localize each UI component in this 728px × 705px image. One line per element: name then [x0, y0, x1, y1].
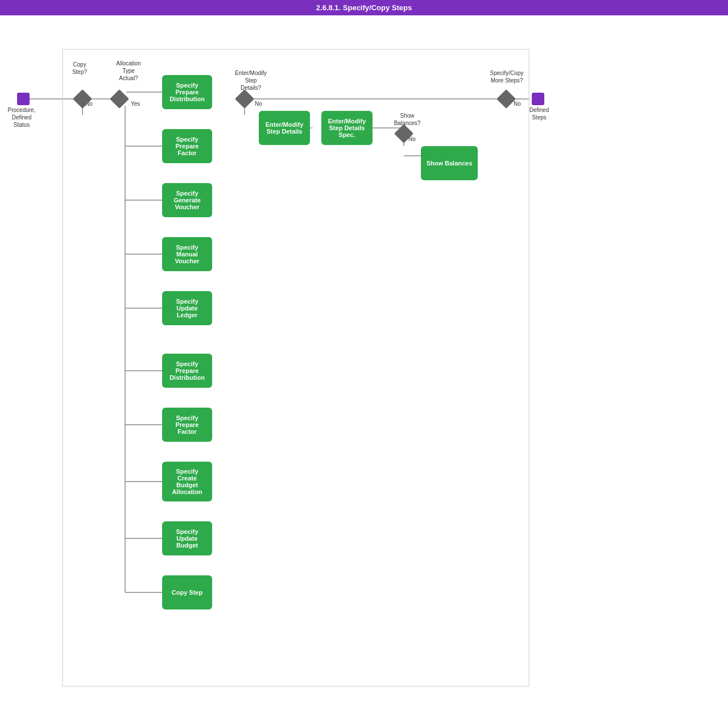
box-label: SpecifyPrepareFactor	[176, 414, 199, 435]
box-specify-prepare-factor-1[interactable]: SpecifyPrepareFactor	[162, 129, 212, 163]
defined-steps-box	[532, 93, 544, 105]
box-label: Enter/ModifyStep Details	[266, 121, 304, 135]
show-balances-question-label: ShowBalances?	[390, 112, 424, 127]
box-label: Copy Step	[172, 589, 202, 596]
box-specify-create-budget-allocation[interactable]: SpecifyCreateBudgetAllocation	[162, 462, 212, 501]
procedure-defined-status	[17, 93, 30, 105]
specify-copy-more-label: Specify/CopyMore Steps?	[487, 69, 527, 84]
box-specify-update-ledger[interactable]: SpecifyUpdateLedger	[162, 291, 212, 325]
box-enter-modify-step-details[interactable]: Enter/ModifyStep Details	[259, 111, 310, 145]
procedure-defined-status-label: Procedure,DefinedStatus	[5, 106, 39, 128]
box-specify-update-budget[interactable]: SpecifyUpdateBudget	[162, 521, 212, 555]
box-label: Enter/ModifyStep DetailsSpec.	[328, 118, 366, 138]
enter-modify-question-label: Enter/ModifyStepDetails?	[231, 69, 271, 92]
box-copy-step[interactable]: Copy Step	[162, 575, 212, 609]
svg-rect-22	[63, 49, 529, 686]
box-label: SpecifyManualVoucher	[175, 244, 199, 264]
box-show-balances[interactable]: Show Balances	[421, 146, 478, 180]
box-label: SpecifyPrepareDistribution	[169, 360, 205, 381]
diamond-allocation-type	[110, 89, 129, 109]
box-label: Show Balances	[427, 160, 473, 167]
box-label: SpecifyPrepareDistribution	[169, 82, 205, 102]
box-label: SpecifyCreateBudgetAllocation	[172, 468, 202, 495]
box-label: SpecifyUpdateLedger	[176, 298, 198, 318]
copy-step-question-label: CopyStep?	[63, 61, 97, 76]
specify-copy-more-no-label: No	[514, 101, 521, 107]
defined-steps-label: DefinedSteps	[522, 106, 556, 121]
diamond-enter-modify	[235, 89, 254, 109]
diamond-specify-copy-more	[497, 89, 516, 109]
box-specify-manual-voucher[interactable]: SpecifyManualVoucher	[162, 237, 212, 271]
box-label: SpecifyGenerateVoucher	[173, 190, 201, 210]
box-label: SpecifyPrepareFactor	[176, 136, 199, 156]
allocation-type-label: AllocationTypeActual?	[111, 60, 146, 82]
box-specify-prepare-factor-2[interactable]: SpecifyPrepareFactor	[162, 408, 212, 442]
diagram-container: Procedure,DefinedStatus CopyStep? No All…	[0, 15, 728, 698]
allocation-yes-label: Yes	[131, 101, 140, 107]
box-label: SpecifyUpdateBudget	[176, 528, 198, 549]
box-enter-modify-step-spec[interactable]: Enter/ModifyStep DetailsSpec.	[321, 111, 373, 145]
enter-modify-no-label: No	[255, 101, 262, 107]
box-specify-generate-voucher[interactable]: SpecifyGenerateVoucher	[162, 183, 212, 217]
title-bar: 2.6.8.1. Specify/Copy Steps	[0, 0, 728, 15]
title-text: 2.6.8.1. Specify/Copy Steps	[316, 3, 412, 12]
box-specify-prepare-dist-1[interactable]: SpecifyPrepareDistribution	[162, 75, 212, 109]
box-specify-prepare-dist-2[interactable]: SpecifyPrepareDistribution	[162, 354, 212, 388]
